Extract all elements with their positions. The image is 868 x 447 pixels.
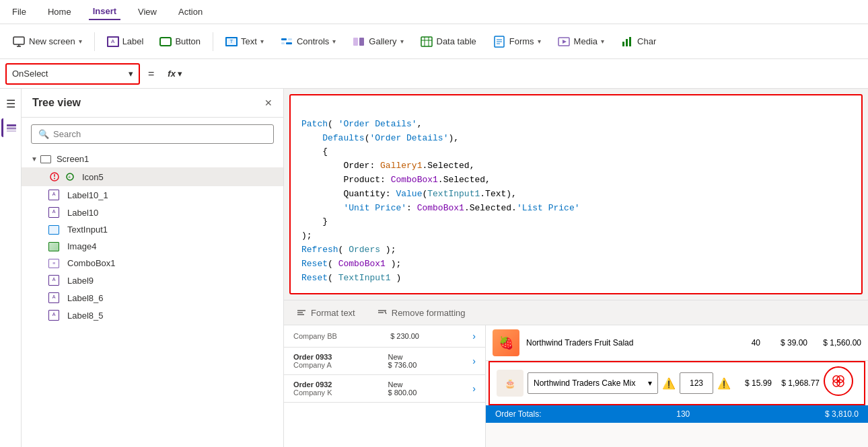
order-company-2: Company K: [293, 389, 332, 397]
data-table-btn-label: Data table: [437, 36, 476, 46]
text-button[interactable]: T Text ▾: [219, 32, 270, 50]
remove-formatting-button[interactable]: Remove formatting: [374, 304, 468, 321]
new-screen-button[interactable]: New screen ▾: [5, 31, 89, 52]
label10-1-icon: A: [48, 190, 59, 200]
gallery-btn-label: Gallery: [369, 36, 396, 46]
label9-label: Label9: [67, 276, 94, 286]
forms-btn-label: Forms: [509, 36, 534, 46]
forms-button[interactable]: Forms ▾: [486, 31, 548, 52]
tree-node-screen1[interactable]: ▼ Screen1: [22, 151, 283, 167]
svg-rect-22: [7, 124, 16, 126]
qty-input[interactable]: [680, 372, 713, 394]
format-text-button[interactable]: Format text: [293, 304, 358, 321]
fx-button[interactable]: fx ▾: [162, 66, 188, 81]
layers-button[interactable]: [1, 118, 20, 137]
search-input[interactable]: [53, 129, 266, 139]
plus-icon: [832, 374, 845, 388]
cake-mix-row: 🎂 Northwind Traders Cake Mix ▾ ⚠️ ⚠️ $ 1…: [489, 361, 865, 405]
tree-item-label8-5[interactable]: A Label8_5: [22, 307, 283, 324]
order-amount-2: $ 800.00: [388, 389, 417, 397]
menu-home[interactable]: Home: [44, 4, 75, 19]
order-totals-row: Order Totals: 130 $ 3,810.0: [486, 405, 868, 423]
order-num-1: Order 0933: [293, 353, 332, 361]
order-row-0[interactable]: Company BB $ 230.00 ›: [284, 325, 485, 348]
controls-chevron: ▾: [332, 38, 336, 45]
fx-symbol: fx: [168, 69, 176, 79]
menu-action[interactable]: Action: [174, 4, 207, 19]
order-row-1[interactable]: Order 0933 Company A New $ 736.00 ›: [284, 348, 485, 375]
svg-line-35: [385, 311, 386, 314]
media-chevron: ▾: [601, 38, 604, 45]
svg-rect-3: [281, 38, 287, 40]
tree-item-icon5[interactable]: + Icon5: [22, 167, 283, 186]
order-arrow-2: ›: [472, 383, 476, 394]
chart-button[interactable]: Char: [614, 31, 663, 52]
order-totals-total: $ 3,810.0: [825, 409, 859, 419]
cake-mix-combo[interactable]: Northwind Traders Cake Mix ▾: [528, 372, 658, 394]
textinput1-label: TextInput1: [67, 225, 108, 235]
tree-item-image4[interactable]: Image4: [22, 238, 283, 255]
tree-item-label10[interactable]: A Label10: [22, 204, 283, 221]
fruit-salad-price: $ 39.00: [767, 338, 807, 348]
format-text-label: Format text: [311, 308, 355, 318]
app-preview: Company BB $ 230.00 › Order 0933 Company…: [284, 325, 868, 447]
monitor-icon: [12, 35, 26, 48]
tree-item-label8-6[interactable]: A Label8_6: [22, 289, 283, 307]
label9-icon: A: [48, 275, 59, 286]
hamburger-button[interactable]: ☰: [1, 94, 20, 113]
code-editor[interactable]: Patch( 'Order Details', Defaults('Order …: [289, 94, 863, 294]
image4-label: Image4: [67, 241, 96, 251]
tree-item-label10-1[interactable]: A Label10_1: [22, 186, 283, 204]
new-screen-label: New screen: [29, 36, 75, 46]
svg-rect-23: [7, 128, 16, 130]
expand-arrow: ▼: [31, 155, 38, 163]
data-table-icon: [420, 35, 433, 48]
add-button-container: [824, 366, 857, 400]
toolbar-divider-1: [94, 32, 95, 51]
formula-bar: OnSelect ▾ = fx ▾: [0, 59, 868, 89]
tree-item-textinput1[interactable]: TextInput1: [22, 221, 283, 238]
menu-file[interactable]: File: [8, 4, 30, 19]
property-dropdown[interactable]: OnSelect ▾: [5, 63, 140, 85]
svg-rect-6: [286, 42, 292, 44]
forms-icon: [493, 35, 506, 48]
tree-close-button[interactable]: ✕: [264, 97, 273, 108]
menu-insert[interactable]: Insert: [89, 3, 120, 20]
order-row-2[interactable]: Order 0932 Company K New $ 800.00 ›: [284, 375, 485, 403]
add-item-button[interactable]: [824, 366, 853, 396]
property-label: OnSelect: [12, 69, 48, 79]
detail-panel: 🍓 Northwind Traders Fruit Salad 40 $ 39.…: [486, 325, 868, 447]
menu-view[interactable]: View: [134, 4, 161, 19]
svg-rect-4: [288, 38, 292, 40]
property-chevron: ▾: [129, 69, 133, 79]
combobox1-label: ComboBox1: [67, 258, 116, 268]
search-box[interactable]: 🔍: [31, 124, 274, 144]
svg-rect-19: [622, 42, 624, 46]
content-area: Patch( 'Order Details', Defaults('Order …: [284, 89, 868, 447]
sidebar-icons: ☰: [0, 89, 22, 447]
chart-btn-label: Char: [637, 36, 656, 46]
orders-list: Company BB $ 230.00 › Order 0933 Company…: [284, 325, 486, 447]
textinput1-icon: [48, 225, 59, 235]
cake-mix-price: $ 15.99: [735, 378, 772, 388]
order-totals-qty: 130: [676, 409, 690, 419]
svg-rect-21: [629, 37, 631, 46]
svg-rect-24: [7, 130, 16, 132]
tree-item-label9[interactable]: A Label9: [22, 272, 283, 289]
tree-item-combobox1[interactable]: ≡ ComboBox1: [22, 255, 283, 272]
screen-icon: [40, 155, 51, 163]
svg-rect-9: [421, 37, 432, 46]
gallery-button[interactable]: Gallery ▾: [345, 31, 410, 52]
search-icon: 🔍: [38, 129, 49, 139]
fruit-salad-name: Northwind Traders Fruit Salad: [526, 338, 727, 348]
warning-icon-1: ⚠️: [662, 377, 676, 390]
label-button[interactable]: A Label: [100, 32, 151, 51]
button-icon: [159, 37, 172, 46]
controls-button[interactable]: Controls ▾: [273, 31, 342, 52]
media-button[interactable]: Media ▾: [550, 31, 611, 52]
toolbar-divider-2: [213, 32, 213, 51]
data-table-button[interactable]: Data table: [413, 31, 483, 52]
controls-btn-label: Controls: [297, 36, 329, 46]
button-button[interactable]: Button: [153, 32, 207, 50]
tree-header: Tree view ✕: [22, 89, 283, 118]
